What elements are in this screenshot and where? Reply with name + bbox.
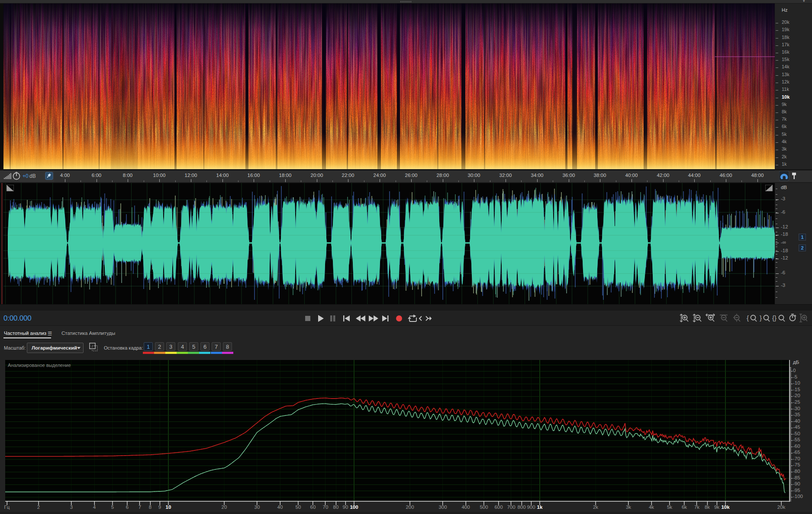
svg-text:}: } [760,314,762,321]
svg-text:{}: {} [772,314,777,321]
svg-text:dB: dB [29,173,36,179]
svg-text:{: { [747,314,749,321]
svg-text:+0: +0 [23,173,29,179]
